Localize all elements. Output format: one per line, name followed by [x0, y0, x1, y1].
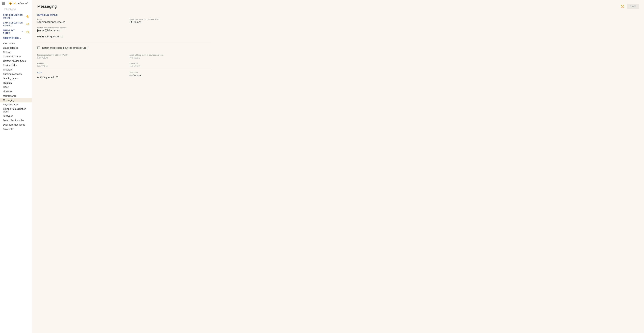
save-button[interactable]: SAVE	[627, 4, 639, 9]
svg-rect-16	[61, 36, 63, 37]
sms-from-field[interactable]: SMS from onCourse	[130, 72, 212, 77]
chevron-up-icon	[11, 25, 12, 26]
password-field[interactable]: Password No value	[130, 62, 212, 68]
sidebar-item-custom-fields[interactable]: Custom fields	[0, 63, 32, 68]
sidebar-item-messaging[interactable]: Messaging	[0, 98, 32, 102]
sidebar-item-tax-types[interactable]: Tax types	[0, 114, 32, 118]
admin-email-field[interactable]: System administrator email address james…	[37, 27, 120, 32]
pop3-field[interactable]: Incoming mail server address (POP3) No v…	[37, 54, 120, 59]
sms-heading: SMS	[37, 72, 120, 74]
sms-queued-row: 0 SMS queued	[37, 76, 120, 79]
sidebar: ish onCourse™ DATA COLLECTION FORMS DATA…	[0, 0, 32, 333]
sidebar-item-contact-relation-types[interactable]: Contact relation types	[0, 59, 32, 63]
main: Messaging ? SAVE OUTGOING EMAILS Email s…	[32, 0, 644, 333]
nav: DATA COLLECTION FORMS DATA COLLECTION RU…	[0, 12, 32, 333]
preferences-items: AVETMISSClass defaultsCollegeConcession …	[0, 41, 32, 131]
chevron-down-icon	[20, 37, 21, 39]
sms-queued-text: 0 SMS queued	[37, 76, 54, 79]
chevron-up-icon	[22, 31, 23, 33]
chevron-up-icon	[11, 17, 13, 19]
divider	[37, 42, 212, 42]
bounce-address-field[interactable]: Email address to which bounces are sent …	[130, 54, 212, 59]
sidebar-item-grading-types[interactable]: Grading types	[0, 76, 32, 81]
page-title: Messaging	[37, 4, 57, 9]
nav-group-forms: DATA COLLECTION FORMS	[0, 13, 32, 21]
email-from-name-field[interactable]: Email from name (e.g. College ABC) StTri…	[130, 18, 212, 24]
add-icon[interactable]	[26, 31, 29, 33]
logo[interactable]: ish onCourse™	[7, 1, 28, 5]
svg-rect-18	[56, 76, 58, 78]
nav-group-rules: DATA COLLECTION RULES	[0, 21, 32, 28]
email-field[interactable]: Email sttrinians@oncourse.cc	[37, 18, 120, 24]
logo-icon	[8, 2, 12, 5]
sidebar-item-concession-types[interactable]: Concession types	[0, 54, 32, 59]
main-header: Messaging ? SAVE	[32, 0, 644, 10]
emails-queued-row: 974 Emails queued	[37, 35, 212, 38]
sidebar-item-data-collection-forms[interactable]: Data collection forms	[0, 123, 32, 127]
sidebar-item-avetmiss[interactable]: AVETMISS	[0, 41, 32, 46]
sidebar-item-maintenance[interactable]: Maintenance	[0, 94, 32, 98]
sidebar-item-college[interactable]: College	[0, 50, 32, 54]
sidebar-item-sellable-items-relation-types[interactable]: Sellable items relation types	[0, 107, 32, 114]
content: OUTGOING EMAILS Email sttrinians@oncours…	[32, 10, 217, 85]
svg-text:?: ?	[622, 5, 623, 8]
svg-line-17	[62, 36, 63, 37]
add-icon[interactable]	[26, 23, 29, 26]
hamburger-menu-icon[interactable]	[2, 2, 5, 5]
sidebar-item-data-collection-rules[interactable]: Data collection rules	[0, 118, 32, 123]
add-icon[interactable]	[26, 15, 29, 18]
divider	[37, 70, 212, 70]
filter-input[interactable]	[4, 8, 34, 11]
help-icon[interactable]: ?	[621, 5, 624, 8]
open-in-new-icon[interactable]	[56, 76, 58, 79]
account-field[interactable]: Account No value	[37, 62, 120, 68]
bounce-checkbox[interactable]	[37, 47, 40, 49]
svg-line-19	[57, 76, 58, 77]
bounce-checkbox-label: Detect and process bounced emails (VERP)	[42, 47, 88, 49]
sidebar-item-funding-contracts[interactable]: Funding contracts	[0, 72, 32, 76]
outgoing-heading: OUTGOING EMAILS	[37, 14, 212, 16]
sidebar-item-financial[interactable]: Financial	[0, 68, 32, 72]
nav-group-header-preferences[interactable]: PREFERENCES	[3, 37, 29, 40]
topbar: ish onCourse™	[0, 0, 32, 7]
nav-group-preferences: PREFERENCES	[0, 36, 32, 41]
nav-group-header-tutor-rates[interactable]: TUTOR PAY RATES	[3, 29, 29, 35]
nav-group-header-rules[interactable]: DATA COLLECTION RULES	[3, 22, 29, 27]
sidebar-item-class-defaults[interactable]: Class defaults	[0, 46, 32, 50]
nav-group-header-forms[interactable]: DATA COLLECTION FORMS	[3, 14, 29, 20]
bounce-checkbox-row: Detect and process bounced emails (VERP)	[37, 47, 212, 49]
open-in-new-icon[interactable]	[61, 35, 64, 38]
search-row	[0, 7, 32, 12]
sidebar-item-holidays[interactable]: Holidays	[0, 81, 32, 85]
header-actions: ? SAVE	[621, 4, 639, 9]
svg-point-2	[10, 3, 11, 4]
sidebar-item-payment-types[interactable]: Payment types	[0, 102, 32, 107]
sidebar-item-tutor-roles[interactable]: Tutor roles	[0, 127, 32, 131]
emails-queued-text: 974 Emails queued	[37, 35, 59, 38]
sidebar-item-licences[interactable]: Licences	[0, 89, 32, 94]
logo-text: ish onCourse™	[13, 2, 28, 5]
nav-group-tutor-rates: TUTOR PAY RATES	[0, 28, 32, 36]
sidebar-item-ldap[interactable]: LDAP	[0, 85, 32, 89]
